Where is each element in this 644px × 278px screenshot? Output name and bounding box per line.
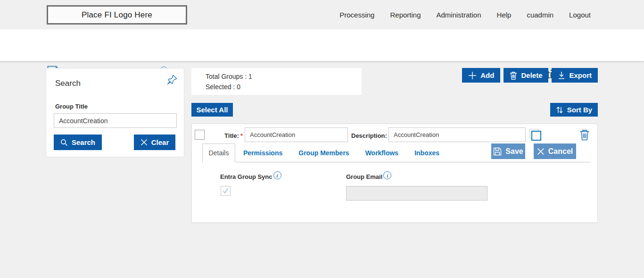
copy-icon [528, 128, 542, 142]
trash-icon [510, 71, 517, 80]
title-input[interactable] [245, 127, 348, 142]
sort-by-button[interactable]: Sort By [550, 103, 598, 117]
search-icon [60, 139, 68, 146]
clear-button[interactable]: Clear [134, 135, 175, 150]
search-panel-title: Search [55, 79, 81, 88]
cancel-button[interactable]: Cancel [534, 143, 576, 159]
save-button[interactable]: Save [491, 143, 525, 159]
group-editor-tabs: Details Permissions Group Members Workfl… [202, 143, 590, 162]
entra-group-sync-label-row: Entra Group Sync i [220, 173, 281, 180]
title-label: Title:* [211, 132, 243, 139]
select-all-button[interactable]: Select All [191, 103, 233, 117]
x-icon [140, 139, 148, 146]
top-bar: Place FI Logo Here Processing Reporting … [0, 0, 644, 29]
check-icon [222, 187, 229, 194]
nav-item-processing[interactable]: Processing [339, 11, 374, 19]
x-icon [537, 148, 545, 155]
pin-icon[interactable] [166, 74, 178, 85]
nav-item-help[interactable]: Help [497, 11, 512, 19]
fi-logo-placeholder: Place FI Logo Here [47, 5, 187, 25]
group-title-search-input[interactable] [54, 113, 177, 128]
required-asterisk: * [240, 132, 243, 139]
group-editor-card: Title:* Description:* Details Permission… [191, 124, 598, 223]
total-groups-count: Total Groups : 1 [206, 73, 362, 80]
search-panel: Search Group Title Search Clear [46, 68, 184, 157]
tab-details[interactable]: Details [202, 143, 235, 162]
group-email-label: Group Email [346, 173, 382, 180]
tab-inboxes[interactable]: Inboxes [414, 149, 439, 157]
entra-group-sync-checkbox [221, 186, 231, 196]
search-button[interactable]: Search [54, 135, 102, 150]
delete-group-row-button[interactable] [578, 129, 591, 142]
delete-button[interactable]: Delete [504, 68, 548, 83]
tab-permissions[interactable]: Permissions [243, 149, 282, 157]
app-header: Group Maintenance i Kinective Sign [0, 29, 644, 61]
groups-summary-card: Total Groups : 1 Selected : 0 [191, 68, 362, 95]
nav-item-logout[interactable]: Logout [569, 11, 591, 19]
tab-group-members[interactable]: Group Members [298, 149, 349, 157]
copy-group-button[interactable] [528, 128, 542, 142]
group-actions-toolbar: Add Delete Export [462, 68, 598, 83]
nav-item-administration[interactable]: Administration [437, 11, 481, 19]
entra-group-sync-info-icon[interactable]: i [273, 171, 281, 179]
group-title-label: Group Title [55, 103, 88, 110]
plus-icon [468, 71, 477, 80]
group-email-info-icon[interactable]: i [383, 171, 391, 179]
selected-count: Selected : 0 [206, 83, 362, 91]
trash-icon [579, 129, 590, 141]
group-row-checkbox[interactable] [195, 130, 205, 140]
nav-item-reporting[interactable]: Reporting [390, 11, 421, 19]
top-navigation: Processing Reporting Administration Help… [339, 0, 591, 29]
description-input[interactable] [388, 127, 526, 142]
group-email-input [346, 186, 487, 201]
entra-group-sync-label: Entra Group Sync [220, 173, 272, 180]
download-icon [558, 71, 565, 79]
add-button[interactable]: Add [462, 68, 500, 83]
tab-workflows[interactable]: Workflows [365, 149, 399, 157]
sort-arrows-icon [556, 106, 563, 114]
description-label: Description:* [351, 132, 387, 139]
save-icon [493, 147, 502, 156]
export-button[interactable]: Export [552, 68, 598, 83]
fi-logo-text: Place FI Logo Here [82, 10, 152, 20]
group-email-label-row: Group Email i [346, 173, 391, 180]
nav-item-user-cuadmin[interactable]: cuadmin [527, 11, 553, 19]
